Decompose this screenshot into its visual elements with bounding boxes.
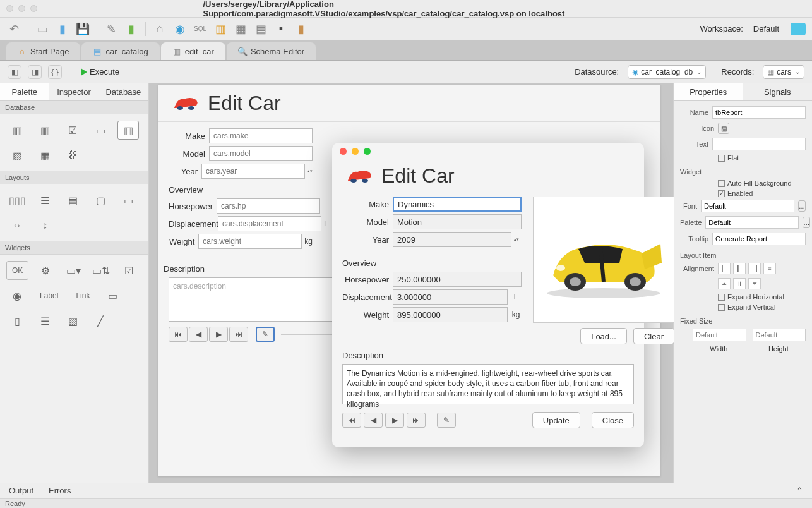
layout-hspacer[interactable]: ↔ [6, 216, 28, 235]
palette-tab-inspector[interactable]: Inspector [49, 83, 99, 100]
widget-list[interactable]: ☰ [34, 311, 56, 330]
prop-icon-button[interactable]: ▧ [718, 123, 729, 134]
dlg-nav-next[interactable]: ▶ [385, 413, 404, 428]
widget-label[interactable]: Label [34, 286, 64, 305]
prop-text-input[interactable] [712, 138, 806, 150]
db-widget-3[interactable]: ☑ [62, 121, 83, 140]
widget-line[interactable]: ╱ [90, 311, 111, 330]
close-button[interactable]: Close [592, 412, 634, 428]
layout-stack[interactable]: ▭ [117, 191, 139, 210]
datasource-select[interactable]: ◉ car_catalog_db [628, 65, 706, 79]
prop-flat-check[interactable]: Flat [718, 154, 806, 162]
prop-tab-properties[interactable]: Properties [674, 83, 743, 100]
dlg-desc-text[interactable]: The Dynamics Motion is a mid-engined, li… [342, 364, 634, 404]
dlg-weight-input[interactable] [393, 307, 508, 322]
zoom-dot[interactable] [30, 5, 37, 12]
errors-tab[interactable]: Errors [49, 486, 71, 495]
dlg-nav-last[interactable]: ⏭ [407, 413, 426, 428]
nav-first[interactable]: ⏮ [169, 327, 188, 342]
wand-icon[interactable]: ✎ [104, 21, 119, 37]
dialog-min-icon[interactable] [352, 148, 359, 155]
nav-next[interactable]: ▶ [209, 327, 228, 342]
prop-font-input[interactable] [701, 200, 794, 212]
workspace-value[interactable]: Default [753, 24, 779, 33]
prop-name-input[interactable] [712, 106, 806, 119]
weight-field[interactable] [198, 234, 302, 249]
tab-car-catalog[interactable]: ▤ car_catalog [81, 42, 159, 60]
nav-prev[interactable]: ◀ [189, 327, 208, 342]
prop-enabled-check[interactable]: ✓Enabled [718, 190, 806, 197]
dialog-zoom-icon[interactable] [364, 148, 371, 155]
widget-input[interactable]: ▭ [102, 286, 123, 305]
dlg-nav-edit[interactable]: ✎ [437, 413, 456, 428]
chat-icon[interactable] [791, 23, 806, 35]
tab-start-page[interactable]: ⌂ Start Page [6, 42, 80, 60]
nav-last[interactable]: ⏭ [229, 327, 248, 342]
layout-form[interactable]: ▤ [62, 191, 83, 210]
report-icon[interactable]: ▥ [213, 21, 228, 37]
layout-vspacer[interactable]: ↕ [34, 216, 56, 235]
disp-field[interactable] [218, 216, 321, 231]
records-select[interactable]: ▦ cars [763, 65, 804, 79]
db-widget-1[interactable]: ▥ [6, 121, 28, 140]
widget-settings[interactable]: ⚙ [35, 261, 56, 280]
align-h-group[interactable]: ▏▎▕≡ [718, 263, 776, 274]
tab-edit-car[interactable]: ▥ edit_car [161, 42, 225, 60]
hp-field[interactable] [217, 198, 320, 214]
year-spinner[interactable]: ▴▾ [307, 169, 313, 174]
globe-icon[interactable]: ◉ [172, 21, 188, 37]
update-button[interactable]: Update [532, 412, 580, 428]
dlg-nav-first[interactable]: ⏮ [342, 413, 361, 428]
layout-hbox[interactable]: ▯▯▯ [6, 191, 28, 210]
palette-tab-palette[interactable]: Palette [0, 83, 49, 100]
db-widget-5[interactable]: ▥ [117, 121, 139, 140]
prop-autofill-check[interactable]: Auto Fill Background [718, 179, 806, 187]
folder-icon[interactable]: ▮ [55, 21, 70, 37]
home-icon[interactable]: ⌂ [152, 21, 167, 37]
widget-check[interactable]: ☑ [118, 261, 140, 280]
dlg-year-spinner[interactable]: ▴▾ [514, 237, 522, 242]
year-field[interactable] [201, 164, 305, 179]
window-controls[interactable] [6, 5, 37, 12]
undo-icon[interactable]: ↶ [6, 21, 21, 37]
prop-tab-signals[interactable]: Signals [743, 83, 813, 100]
db-widget-6[interactable]: ▧ [6, 146, 28, 165]
prop-exph-check[interactable]: Expand Horizontal [718, 293, 806, 301]
dlg-disp-input[interactable] [393, 289, 508, 305]
sql-icon[interactable]: SQL [193, 21, 208, 37]
dlg-model-input[interactable] [393, 214, 522, 229]
output-tab[interactable]: Output [9, 486, 33, 495]
widget-image[interactable]: ▧ [62, 311, 83, 330]
chevron-up-icon[interactable]: ⌃ [796, 486, 803, 495]
load-button[interactable]: Load... [580, 328, 627, 344]
dialog-close-icon[interactable] [340, 148, 347, 155]
prop-width-input[interactable] [693, 329, 746, 341]
dlg-nav-prev[interactable]: ◀ [364, 413, 383, 428]
dlg-make-input[interactable] [393, 197, 522, 212]
doc-icon[interactable]: ▤ [253, 21, 268, 37]
palette-tab-database[interactable]: Database [99, 83, 148, 100]
db-widget-8[interactable]: ⛓ [62, 146, 83, 165]
monitor-icon[interactable]: ▪ [273, 21, 289, 37]
db-widget-7[interactable]: ▦ [34, 146, 56, 165]
layout-vbox[interactable]: ☰ [34, 191, 56, 210]
prop-palette-more[interactable]: … [803, 217, 810, 228]
nav-edit[interactable]: ✎ [256, 327, 275, 342]
widget-link[interactable]: Link [70, 286, 95, 305]
tab-schema-editor[interactable]: 🔍 Schema Editor [227, 42, 316, 60]
widget-ok[interactable]: OK [6, 261, 28, 280]
widget-textarea[interactable]: ▯ [6, 311, 28, 330]
bookmark-icon[interactable]: ▮ [124, 21, 139, 37]
widget-radio[interactable]: ◉ [6, 286, 28, 305]
layout-frame[interactable]: ▢ [90, 191, 111, 210]
dlg-year-input[interactable] [393, 232, 511, 247]
align-v-group[interactable]: ⏶⏸⏷ [718, 278, 761, 289]
prop-tooltip-input[interactable] [712, 233, 806, 245]
widget-combo[interactable]: ▭▾ [63, 261, 84, 280]
dlg-hp-input[interactable] [393, 272, 522, 287]
clear-button[interactable]: Clear [633, 328, 674, 344]
save-icon[interactable]: 💾 [75, 21, 90, 37]
layout-toggle-right[interactable]: ◨ [28, 65, 42, 79]
execute-button[interactable]: Execute [81, 67, 119, 76]
prop-palette-input[interactable] [705, 216, 799, 229]
